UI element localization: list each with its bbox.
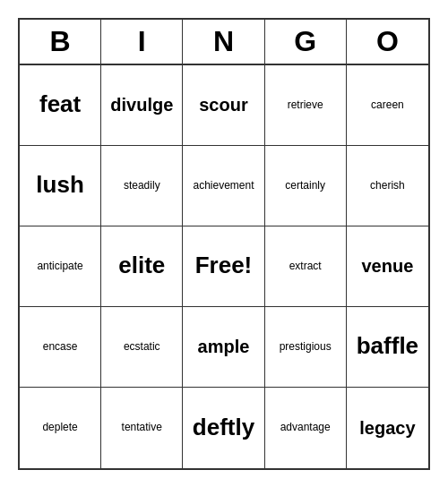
bingo-cell: cherish (347, 146, 428, 226)
cell-text: advantage (280, 421, 331, 433)
bingo-cell: retrieve (265, 65, 347, 146)
bingo-cell: extract (265, 226, 347, 307)
bingo-cell: certainly (265, 146, 347, 226)
cell-text: Free! (195, 252, 253, 279)
bingo-cell: legacy (347, 388, 428, 468)
bingo-cell: Free! (183, 226, 264, 307)
bingo-cell: elite (101, 226, 183, 307)
header-letter: N (183, 20, 264, 64)
header-letter: I (101, 20, 183, 64)
cell-text: divulge (110, 94, 173, 115)
cell-text: ample (198, 336, 250, 357)
cell-text: certainly (285, 179, 325, 192)
cell-text: legacy (359, 417, 415, 439)
cell-text: achievement (193, 179, 254, 192)
bingo-cell: encase (20, 307, 101, 388)
cell-text: baffle (357, 332, 418, 360)
cell-text: cherish (370, 179, 405, 192)
header-letter: G (265, 20, 347, 64)
cell-text: encase (43, 340, 78, 353)
cell-text: careen (371, 98, 404, 111)
cell-text: retrieve (288, 98, 323, 111)
bingo-cell: steadily (101, 146, 183, 226)
bingo-cell: lush (20, 146, 101, 226)
cell-text: lush (36, 171, 83, 199)
bingo-cell: ample (183, 307, 264, 388)
bingo-cell: divulge (101, 65, 183, 146)
cell-text: prestigious (280, 340, 332, 353)
bingo-cell: achievement (183, 146, 264, 226)
bingo-header: BINGO (20, 20, 428, 65)
cell-text: deftly (193, 414, 254, 441)
bingo-card: BINGO featdivulgescourretrievecareenlush… (18, 18, 430, 470)
header-letter: B (20, 20, 101, 64)
cell-text: tentative (122, 421, 162, 433)
bingo-cell: advantage (265, 388, 347, 468)
bingo-cell: careen (347, 65, 428, 146)
cell-text: ecstatic (124, 340, 160, 353)
header-letter: O (347, 20, 428, 64)
bingo-cell: prestigious (265, 307, 347, 388)
bingo-cell: ecstatic (101, 307, 183, 388)
bingo-cell: deftly (183, 388, 264, 468)
bingo-cell: baffle (347, 307, 428, 388)
cell-text: scour (199, 94, 247, 115)
cell-text: steadily (124, 179, 160, 192)
bingo-cell: deplete (20, 388, 101, 468)
cell-text: extract (289, 260, 322, 272)
cell-text: deplete (42, 421, 77, 433)
cell-text: anticipate (37, 260, 82, 272)
cell-text: elite (118, 252, 165, 279)
cell-text: venue (361, 255, 413, 277)
bingo-cell: feat (20, 65, 101, 146)
cell-text: feat (39, 90, 81, 118)
bingo-grid: featdivulgescourretrievecareenlushsteadi… (20, 65, 428, 468)
bingo-cell: scour (183, 65, 264, 146)
bingo-cell: anticipate (20, 226, 101, 307)
bingo-cell: tentative (101, 388, 183, 468)
bingo-cell: venue (347, 226, 428, 307)
